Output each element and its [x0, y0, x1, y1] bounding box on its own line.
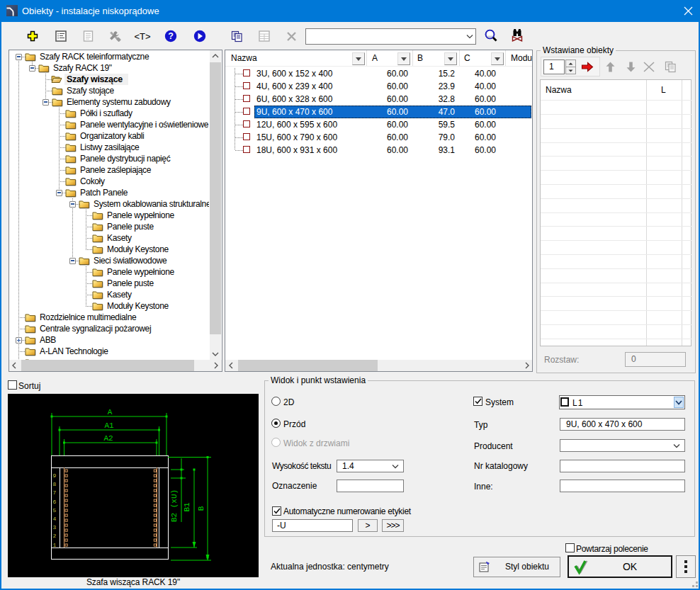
svg-text:7: 7 [53, 489, 57, 496]
svg-text:B2 (xU): B2 (xU) [170, 489, 179, 522]
svg-text:6: 6 [53, 499, 57, 505]
svg-text:3: 3 [53, 524, 57, 531]
svg-text:A2: A2 [103, 434, 113, 443]
svg-text:2: 2 [53, 533, 57, 539]
svg-text:8: 8 [53, 481, 57, 487]
svg-text:1: 1 [53, 542, 57, 548]
svg-text:A: A [108, 408, 113, 416]
svg-text:9: 9 [53, 472, 57, 479]
svg-text:B: B [197, 506, 205, 511]
svg-text:5: 5 [53, 507, 57, 514]
svg-text:A1: A1 [104, 421, 114, 430]
svg-text:?: ? [168, 31, 174, 41]
svg-text:B1: B1 [183, 502, 191, 512]
svg-text:4: 4 [53, 516, 57, 522]
